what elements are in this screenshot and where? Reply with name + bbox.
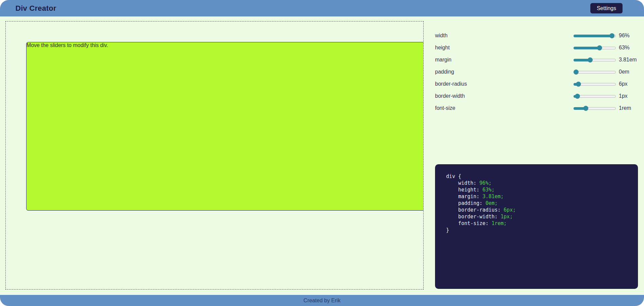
slider-value: 3.81em bbox=[619, 57, 640, 63]
main-area: Move the sliders to modify this div. wid… bbox=[0, 16, 644, 295]
preview-container: Move the sliders to modify this div. bbox=[5, 21, 424, 290]
slider-label: border-width bbox=[435, 93, 574, 99]
slider-thumb[interactable] bbox=[597, 45, 602, 50]
code-value: 3.81em; bbox=[482, 193, 503, 200]
code-value: 63%; bbox=[482, 187, 494, 193]
code-line: margin: 3.81em; bbox=[446, 193, 631, 200]
slider-row-font-size: font-size1rem bbox=[435, 102, 640, 114]
slider-row-border-width: border-width1px bbox=[435, 90, 640, 102]
slider-thumb[interactable] bbox=[574, 70, 579, 75]
slider-row-margin: margin3.81em bbox=[435, 54, 640, 66]
footer-bar: Created by Erik bbox=[0, 295, 644, 306]
code-line: } bbox=[446, 227, 631, 233]
app-title: Div Creator bbox=[15, 4, 56, 13]
width-slider[interactable] bbox=[574, 33, 616, 38]
code-value: 1rem; bbox=[491, 220, 506, 226]
header-bar: Div Creator Settings bbox=[0, 0, 644, 16]
slider-row-width: width96% bbox=[435, 30, 640, 42]
code-property: width: bbox=[446, 180, 479, 186]
slider-value: 96% bbox=[619, 33, 640, 39]
slider-label: margin bbox=[435, 57, 574, 63]
code-property: padding: bbox=[446, 200, 485, 206]
code-property: border-radius: bbox=[446, 207, 504, 213]
slider-controls: width96%height63%margin3.81empadding0emb… bbox=[435, 30, 640, 114]
slider-row-height: height63% bbox=[435, 42, 640, 54]
code-line: height: 63%; bbox=[446, 186, 631, 193]
slider-value: 1px bbox=[619, 93, 640, 99]
app-window: Div Creator Settings Move the sliders to… bbox=[0, 0, 644, 306]
slider-label: font-size bbox=[435, 105, 574, 111]
padding-slider[interactable] bbox=[574, 70, 616, 75]
code-value: 96%; bbox=[479, 180, 491, 186]
code-property: border-width: bbox=[446, 214, 501, 220]
border-width-slider[interactable] bbox=[574, 94, 616, 99]
code-value: 6px; bbox=[504, 207, 516, 213]
code-line: font-size: 1rem; bbox=[446, 220, 631, 227]
slider-value: 1rem bbox=[619, 105, 640, 111]
height-slider[interactable] bbox=[574, 45, 616, 50]
font-size-slider[interactable] bbox=[574, 106, 616, 111]
footer-text: Created by Erik bbox=[304, 298, 340, 304]
slider-thumb[interactable] bbox=[576, 82, 581, 87]
slider-value: 6px bbox=[619, 81, 640, 87]
code-property: height: bbox=[446, 187, 482, 193]
margin-slider[interactable] bbox=[574, 57, 616, 62]
slider-thumb[interactable] bbox=[575, 94, 580, 99]
preview-message: Move the sliders to modify this div. bbox=[26, 42, 108, 48]
slider-thumb[interactable] bbox=[588, 57, 593, 62]
slider-fill bbox=[574, 35, 614, 37]
slider-thumb[interactable] bbox=[583, 106, 588, 111]
slider-track bbox=[574, 71, 616, 74]
code-line: width: 96%; bbox=[446, 180, 631, 186]
code-line: div { bbox=[446, 173, 631, 180]
code-line: border-width: 1px; bbox=[446, 213, 631, 220]
slider-thumb[interactable] bbox=[609, 33, 614, 38]
css-code-panel: div { width: 96%; height: 63%; margin: 3… bbox=[435, 164, 638, 289]
slider-label: height bbox=[435, 45, 574, 51]
border-radius-slider[interactable] bbox=[574, 82, 616, 87]
code-value: 1px; bbox=[501, 214, 513, 220]
code-value: 0em; bbox=[485, 200, 497, 206]
slider-label: width bbox=[435, 33, 574, 39]
code-property: font-size: bbox=[446, 220, 491, 226]
code-line: padding: 0em; bbox=[446, 200, 631, 207]
slider-row-border-radius: border-radius6px bbox=[435, 78, 640, 90]
slider-row-padding: padding0em bbox=[435, 66, 640, 78]
code-property: margin: bbox=[446, 193, 482, 200]
settings-button[interactable]: Settings bbox=[590, 3, 623, 13]
preview-div: Move the sliders to modify this div. bbox=[26, 42, 424, 211]
slider-label: padding bbox=[435, 69, 574, 75]
slider-value: 0em bbox=[619, 69, 640, 75]
code-line: border-radius: 6px; bbox=[446, 207, 631, 213]
slider-label: border-radius bbox=[435, 81, 574, 87]
slider-value: 63% bbox=[619, 45, 640, 51]
